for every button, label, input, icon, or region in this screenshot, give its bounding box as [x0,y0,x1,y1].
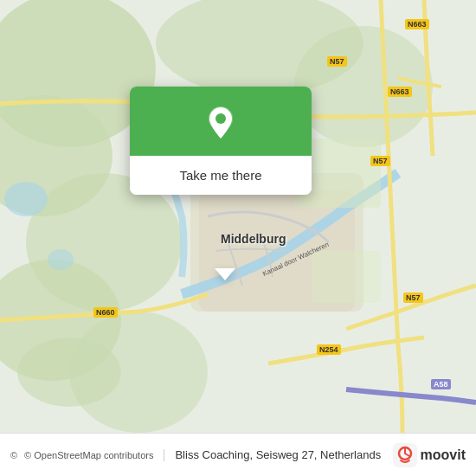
map-background [0,0,476,433]
road-label-N254: N254 [317,344,341,355]
road-label-N663-top: N663 [405,19,429,29]
svg-point-11 [48,249,74,270]
svg-point-7 [294,26,433,147]
road-label-N660: N660 [93,307,118,318]
moovit-icon [393,443,417,467]
copyright-text: © OpenStreetMap contributors [24,450,153,460]
road-label-N663-mid: N663 [388,87,412,97]
divider [164,449,164,461]
road-label-A58: A58 [431,379,451,389]
moovit-logo: moovit [393,443,466,467]
map-container[interactable]: Middelburg Kanaal door Walcheren N663 N5… [0,0,476,433]
city-label: Middelburg [221,232,286,246]
popup-triangle [215,268,235,280]
road-label-N57-mid: N57 [370,156,390,166]
moovit-label: moovit [421,447,466,463]
location-pin-icon [202,104,240,142]
svg-point-12 [17,338,121,407]
copyright-icon: © [10,450,17,460]
svg-point-16 [215,113,226,124]
bottom-bar: © © OpenStreetMap contributors Bliss Coa… [0,433,476,476]
take-me-there-button[interactable]: Take me there [130,156,312,195]
location-text: Bliss Coaching, Seisweg 27, Netherlands [175,448,381,461]
svg-rect-14 [312,251,381,303]
road-label-N57-right: N57 [403,293,423,303]
road-label-N57-upper: N57 [327,56,347,67]
svg-point-10 [4,182,48,216]
location-popup: Take me there [130,87,312,195]
popup-header [130,87,312,156]
